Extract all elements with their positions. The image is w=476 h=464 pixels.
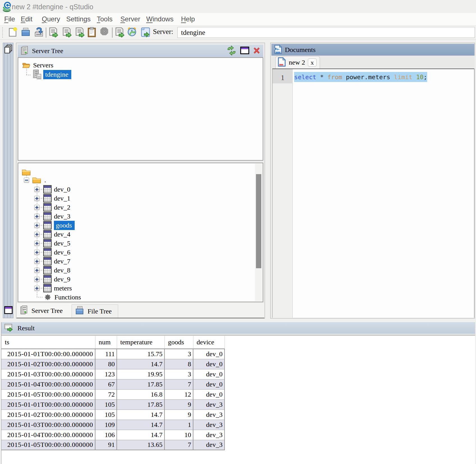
tree-node-dev_6[interactable]: dev_6 bbox=[34, 248, 70, 257]
new-file-button[interactable] bbox=[9, 27, 17, 38]
run-script-button[interactable] bbox=[140, 27, 150, 38]
run-query-button[interactable] bbox=[49, 27, 58, 38]
tab-new-2[interactable]: new 2 x bbox=[275, 56, 320, 69]
menu-query[interactable]: Query bbox=[42, 15, 60, 23]
table-cell: 72 bbox=[95, 389, 117, 399]
paste-button[interactable] bbox=[87, 27, 96, 38]
table-icon bbox=[43, 266, 52, 274]
menu-tools[interactable]: Tools bbox=[97, 15, 113, 23]
line-number: 1 bbox=[273, 74, 293, 82]
server-db-icon bbox=[32, 69, 43, 80]
table-row[interactable]: 2015-01-02T00:00:00.0000008014.78dev_0 bbox=[1, 359, 225, 369]
menu-file[interactable]: File bbox=[4, 15, 15, 23]
schema-tree-scrollbar[interactable] bbox=[255, 164, 262, 301]
tree-node-dev_7[interactable]: dev_7 bbox=[34, 257, 70, 266]
table-cell: 1 bbox=[164, 420, 193, 430]
toolbar-drag-handle[interactable] bbox=[2, 27, 3, 38]
menu-server[interactable]: Server bbox=[120, 15, 140, 23]
expand-expander[interactable] bbox=[34, 259, 40, 264]
sql-editor[interactable]: 1 select * from power.meters limit 10; bbox=[272, 69, 474, 318]
tree-connector bbox=[40, 225, 43, 226]
tree-node-dev_3[interactable]: dev_3 bbox=[34, 212, 70, 221]
tab-server-tree[interactable]: Server Tree bbox=[17, 304, 72, 318]
tree-node-dev_3-label: dev_3 bbox=[54, 213, 70, 220]
table-row[interactable]: 2015-01-04T00:00:00.00000010614.710dev_3 bbox=[1, 430, 225, 440]
tree-node-dev_9[interactable]: dev_9 bbox=[34, 275, 70, 284]
scrollbar-thumb[interactable] bbox=[256, 174, 261, 268]
menu-settings[interactable]: Settings bbox=[66, 15, 91, 23]
menu-windows[interactable]: Windows bbox=[146, 15, 173, 23]
tab-close-button[interactable]: x bbox=[308, 58, 317, 67]
menu-help[interactable]: Help bbox=[181, 15, 195, 23]
table-row[interactable]: 2015-01-03T00:00:00.00000012319.953dev_0 bbox=[1, 369, 225, 379]
collapse-expander[interactable] bbox=[24, 178, 29, 183]
tree-node-dev_5[interactable]: dev_5 bbox=[34, 239, 70, 248]
restore-window-icon[interactable] bbox=[240, 47, 249, 55]
tree-node-servers-label: Servers bbox=[33, 62, 53, 69]
open-file-button[interactable] bbox=[21, 27, 30, 38]
tree-node-functions[interactable]: Functions bbox=[44, 293, 81, 302]
tree-node-dev_8[interactable]: dev_8 bbox=[34, 266, 70, 275]
server-page-icon bbox=[20, 305, 28, 317]
column-header-ts[interactable]: ts bbox=[1, 336, 95, 349]
expand-expander[interactable] bbox=[34, 286, 40, 291]
close-panel-icon[interactable] bbox=[253, 47, 260, 55]
tree-node-dev_2[interactable]: dev_2 bbox=[34, 203, 70, 212]
expand-expander[interactable] bbox=[34, 196, 40, 201]
table-row[interactable]: 2015-01-05T00:00:00.0000007216.812dev_0 bbox=[1, 389, 225, 399]
table-cell: 2015-01-05T00:00:00.000000 bbox=[1, 389, 95, 399]
save-button[interactable] bbox=[34, 27, 44, 38]
table-cell: 19.95 bbox=[117, 369, 164, 379]
tree-node-dev_4[interactable]: dev_4 bbox=[34, 230, 70, 239]
table-row[interactable]: 2015-01-04T00:00:00.0000006717.857dev_0 bbox=[1, 379, 225, 389]
expand-expander[interactable] bbox=[34, 241, 40, 246]
table-row[interactable]: 2015-01-01T00:00:00.00000010517.859dev_3 bbox=[1, 399, 225, 410]
table-row[interactable]: 2015-01-01T00:00:00.00000011115.753dev_0 bbox=[1, 349, 225, 359]
server-input[interactable] bbox=[177, 27, 475, 38]
tree-connector bbox=[40, 234, 43, 235]
run-line-button[interactable] bbox=[62, 27, 72, 38]
expand-expander[interactable] bbox=[34, 205, 40, 210]
tree-node-dev_0[interactable]: dev_0 bbox=[34, 185, 70, 194]
tree-node-meters[interactable]: meters bbox=[34, 284, 72, 293]
stop-button[interactable] bbox=[100, 27, 109, 37]
minimized-window-icon[interactable] bbox=[4, 306, 13, 315]
expand-expander[interactable] bbox=[34, 223, 40, 228]
menu-bar: FileEditQuerySettingsToolsServerWindowsH… bbox=[0, 13, 476, 26]
tree-node-servers[interactable]: Servers bbox=[22, 61, 53, 70]
tab-file-tree[interactable]: File Tree bbox=[72, 304, 118, 318]
tree-connector bbox=[40, 270, 43, 270]
refresh-icon[interactable] bbox=[226, 46, 237, 57]
column-header-num[interactable]: num bbox=[95, 336, 117, 349]
tree-node-goods[interactable]: goods bbox=[34, 221, 75, 230]
sql-token: limit bbox=[394, 74, 413, 81]
run-file-button[interactable] bbox=[115, 27, 125, 38]
column-header-device[interactable]: device bbox=[193, 336, 225, 349]
sql-token bbox=[412, 74, 416, 81]
tree-node-dev_1[interactable]: dev_1 bbox=[34, 194, 70, 203]
tree-node-tdengine[interactable]: tdengine bbox=[32, 69, 71, 80]
sql-code-line[interactable]: select * from power.meters limit 10; bbox=[294, 72, 427, 82]
table-row[interactable]: 2015-01-03T00:00:00.00000010914.71dev_3 bbox=[1, 420, 225, 430]
column-header-goods[interactable]: goods bbox=[164, 336, 193, 349]
table-row[interactable]: 2015-01-05T00:00:00.0000009113.657dev_3 bbox=[1, 440, 225, 450]
expand-expander[interactable] bbox=[34, 214, 40, 219]
run-selection-button[interactable] bbox=[75, 27, 85, 38]
tree-node-goods-label: goods bbox=[54, 221, 75, 230]
table-row[interactable]: 2015-01-02T00:00:00.00000010514.79dev_3 bbox=[1, 410, 225, 420]
result-table[interactable]: tsnumtemperaturegoodsdevice 2015-01-01T0… bbox=[1, 336, 225, 450]
expand-expander[interactable] bbox=[34, 268, 40, 273]
tree-node-dot[interactable]: . bbox=[24, 176, 46, 185]
menu-edit[interactable]: Edit bbox=[21, 15, 32, 23]
refresh-query-button[interactable] bbox=[127, 27, 137, 38]
expand-expander[interactable] bbox=[34, 277, 40, 282]
folder-open-blue-icon bbox=[75, 306, 84, 317]
expand-expander[interactable] bbox=[34, 187, 40, 192]
column-header-temperature[interactable]: temperature bbox=[117, 336, 164, 349]
expand-expander[interactable] bbox=[34, 232, 40, 237]
expand-expander[interactable] bbox=[34, 250, 40, 255]
server-label: Server: bbox=[153, 28, 173, 36]
table-cell: dev_3 bbox=[193, 440, 225, 450]
stacked-windows-icon[interactable] bbox=[4, 44, 13, 55]
table-cell: 7 bbox=[164, 440, 193, 450]
